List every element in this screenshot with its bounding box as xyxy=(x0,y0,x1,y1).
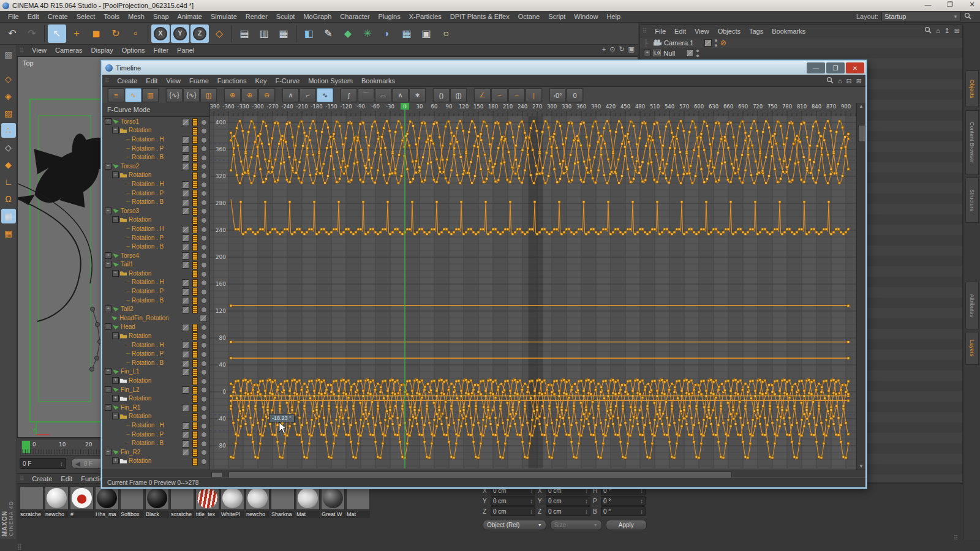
solo-toggle-icon[interactable] xyxy=(201,298,207,304)
material-title-tex[interactable]: title_tex xyxy=(195,486,219,518)
motion-mode-button[interactable]: ▥ xyxy=(142,88,159,102)
y-axis-lock-toggle[interactable]: Y xyxy=(171,24,189,43)
delete-key-button[interactable]: ⊖ xyxy=(258,88,275,102)
viewport-menu-cameras[interactable]: Cameras xyxy=(51,47,87,54)
tree-row-torso3[interactable]: −Torso3 xyxy=(102,206,209,216)
dock-tab-objects[interactable]: Objects xyxy=(965,70,979,107)
menu-render[interactable]: Render xyxy=(241,13,272,20)
material-sharkna[interactable]: Sharkna xyxy=(271,486,295,518)
tree-row-fin-r2[interactable]: −Fin_R2 xyxy=(102,448,209,457)
timeline-horizontal-scrollbar[interactable] xyxy=(102,470,865,478)
tree-row-rotation-p[interactable]: Rotation . P xyxy=(102,144,209,153)
coordinate-system-toggle[interactable]: ◇ xyxy=(210,24,228,43)
solo-toggle-icon[interactable] xyxy=(201,441,207,447)
menu-window[interactable]: Window xyxy=(570,13,602,20)
lock-toggle-icon[interactable] xyxy=(182,234,189,242)
solo-toggle-icon[interactable] xyxy=(201,289,207,295)
coordinate-field-z-0[interactable]: 0 cm↕ xyxy=(491,506,535,516)
x-axis-lock-toggle[interactable]: X xyxy=(151,24,170,43)
material-scratche[interactable]: scratche xyxy=(170,486,194,518)
menu-file[interactable]: File xyxy=(4,13,23,20)
mograph-object-button[interactable]: ✳ xyxy=(358,24,377,43)
tree-row-rotation-p[interactable]: Rotation . P xyxy=(102,189,209,198)
timeline-frame-all-icon[interactable]: ⌂ xyxy=(838,77,842,84)
lock-key-time-button[interactable]: | xyxy=(526,88,542,102)
tree-row-rotation-h[interactable]: Rotation . H xyxy=(102,224,209,233)
make-editable-button[interactable]: ◇ xyxy=(1,72,16,86)
solo-toggle-icon[interactable] xyxy=(201,190,207,197)
expander-icon[interactable]: − xyxy=(112,270,119,277)
tree-row-rotation-p[interactable]: Rotation . P xyxy=(102,233,209,242)
coordinate-field-y-0[interactable]: 0 cm↕ xyxy=(491,496,535,506)
pan-view-icon[interactable]: + xyxy=(602,45,606,53)
keyframe-track-icon[interactable] xyxy=(192,252,198,260)
solo-toggle-icon[interactable] xyxy=(201,423,207,429)
expander-icon[interactable]: − xyxy=(105,368,111,375)
stepper-icon[interactable]: ↕ xyxy=(530,498,533,504)
panel-grip-icon[interactable]: ⣿ xyxy=(17,543,21,550)
menu-mesh[interactable]: Mesh xyxy=(124,13,149,20)
texture-mode-button[interactable]: ▨ xyxy=(1,106,16,121)
camera-object-button[interactable]: ▣ xyxy=(417,24,435,43)
remove-overshoot-button[interactable]: 0 xyxy=(567,88,583,102)
tree-row-headfin-rotation[interactable]: HeadFin_Rotation xyxy=(102,313,209,323)
expander-icon[interactable]: + xyxy=(112,457,119,464)
clamp-button[interactable]: ‹0° xyxy=(549,88,566,102)
keyframe-track-icon[interactable] xyxy=(192,413,198,421)
timeline-minimize-button[interactable]: — xyxy=(807,62,825,73)
lock-toggle-icon[interactable] xyxy=(182,261,189,269)
lock-toggle-icon[interactable] xyxy=(182,190,189,197)
viewport-menu-view[interactable]: View xyxy=(28,47,51,54)
tree-row-rotation[interactable]: +Rotation xyxy=(102,376,209,385)
solo-toggle-icon[interactable] xyxy=(201,396,207,402)
lock-toggle-icon[interactable] xyxy=(182,226,189,233)
solo-toggle-icon[interactable] xyxy=(201,387,207,393)
lock-toggle-icon[interactable] xyxy=(182,351,189,358)
soft-interpolation-button[interactable]: ∧ xyxy=(392,88,409,102)
lock-toggle-icon[interactable] xyxy=(182,422,189,430)
keyframe-track-icon[interactable] xyxy=(192,377,198,385)
tree-row-rotation[interactable]: −Rotation xyxy=(102,216,209,225)
timeline-menu-view[interactable]: View xyxy=(162,77,185,84)
solo-toggle-icon[interactable] xyxy=(201,146,207,152)
tree-row-rotation-h[interactable]: Rotation . H xyxy=(102,278,209,287)
keyframe-track-icon[interactable] xyxy=(192,270,198,278)
add-generator-button[interactable]: ◆ xyxy=(339,24,357,43)
tree-row-rotation-h[interactable]: Rotation . H xyxy=(102,179,209,189)
edges-mode-button[interactable]: ◇ xyxy=(1,140,16,155)
keyframe-track-icon[interactable] xyxy=(192,369,198,377)
stepper-icon[interactable]: ↕ xyxy=(640,508,643,515)
solo-toggle-icon[interactable] xyxy=(201,369,207,375)
apply-button[interactable]: Apply xyxy=(606,520,647,530)
lock-toggle-icon[interactable] xyxy=(182,181,189,189)
lock-toggle-icon[interactable] xyxy=(182,449,189,456)
expander-icon[interactable]: − xyxy=(105,449,111,455)
lock-toggle-icon[interactable] xyxy=(182,369,189,376)
add-key-button[interactable]: ⊕ xyxy=(224,88,241,102)
keyframe-track-icon[interactable] xyxy=(192,431,198,439)
solo-toggle-icon[interactable] xyxy=(201,244,207,250)
material-mat[interactable]: Mat xyxy=(346,486,370,518)
keyframe-track-icon[interactable] xyxy=(192,136,198,144)
rotate-view-icon[interactable]: ↻ xyxy=(619,45,624,53)
layout-select[interactable]: Startup ▼ xyxy=(881,12,961,21)
stepper-icon[interactable]: ↕ xyxy=(585,498,588,504)
solo-toggle-icon[interactable] xyxy=(201,119,207,126)
add-cube-object-button[interactable]: ◧ xyxy=(300,24,318,43)
solo-toggle-icon[interactable] xyxy=(201,324,207,331)
lock-tangent-angle-button[interactable]: ∠ xyxy=(474,88,491,102)
solo-toggle-icon[interactable] xyxy=(201,182,207,188)
tree-row-rotation-h[interactable]: Rotation . H xyxy=(102,135,209,144)
viewport-menu-filter[interactable]: Filter xyxy=(149,47,173,54)
menu-simulate[interactable]: Simulate xyxy=(206,13,241,20)
expander-icon[interactable]: − xyxy=(105,261,111,268)
lock-toggle-icon[interactable] xyxy=(182,208,189,215)
menu-edit[interactable]: Edit xyxy=(23,13,43,20)
solo-toggle-icon[interactable] xyxy=(201,173,207,179)
keyframe-track-icon[interactable] xyxy=(192,458,198,466)
menu-snap[interactable]: Snap xyxy=(149,13,173,20)
tree-row-rotation-b[interactable]: Rotation . B xyxy=(102,358,209,367)
tree-row-rotation-h[interactable]: Rotation . H xyxy=(102,421,209,430)
menu-mograph[interactable]: MoGraph xyxy=(299,13,336,20)
timeline-vertical-scrollbar[interactable]: ▲ ▼ xyxy=(856,103,865,470)
